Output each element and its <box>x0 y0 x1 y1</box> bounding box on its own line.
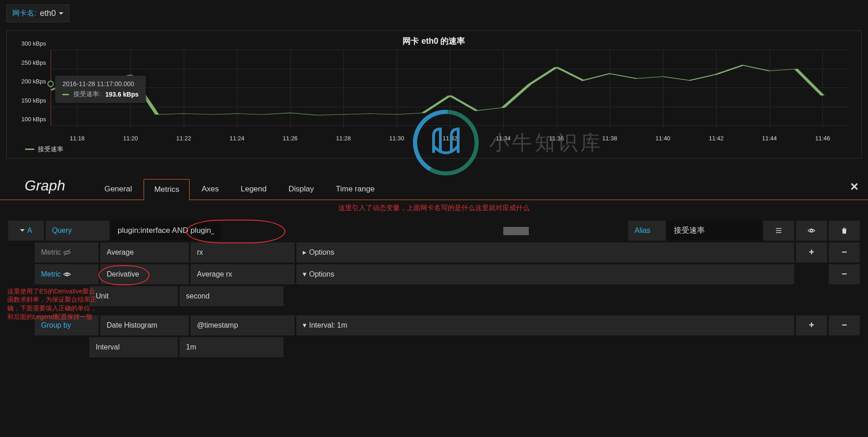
metric2-label: Metric <box>35 264 98 284</box>
y-tick: 200 kBps <box>21 78 46 85</box>
metric1-label: Metric <box>35 242 98 262</box>
legend-swatch <box>25 149 34 150</box>
groupby-add-button[interactable]: + <box>796 315 827 335</box>
tab-metrics[interactable]: Metrics <box>144 179 190 200</box>
x-tick: 11:26 <box>283 135 298 142</box>
y-tick: 100 kBps <box>21 116 46 123</box>
eye-icon <box>63 270 71 278</box>
metric1-options-toggle[interactable]: ▸Options <box>296 242 794 262</box>
chart-tooltip: 2016-11-28 11:17:00.000 接受速率: 193.6 kBps <box>55 76 146 103</box>
menu-icon <box>775 226 783 235</box>
redacted-host <box>503 227 529 235</box>
y-tick: 250 kBps <box>21 59 46 66</box>
chart-line <box>51 50 849 126</box>
eye-icon <box>807 226 816 235</box>
tooltip-series-name: 接受速率: <box>73 90 101 98</box>
editor-tabs: General Metrics Axes Legend Display Time… <box>94 179 385 200</box>
panel-title: 网卡 eth0 的速率 <box>7 31 861 50</box>
x-tick: 11:28 <box>336 135 351 142</box>
x-tick: 11:46 <box>815 135 830 142</box>
x-tick: 11:32 <box>443 135 458 142</box>
panel-editor: Graph General Metrics Axes Legend Displa… <box>0 174 868 357</box>
metric2-unit-label: Unit <box>89 286 178 306</box>
metric2-agg-select[interactable]: Derivative <box>100 264 189 284</box>
chart-panel: 网卡 eth0 的速率 100 kBps 150 kBps 200 kBps 2… <box>6 31 862 159</box>
metric2-remove-button[interactable]: − <box>829 264 860 284</box>
metric2-options-toggle[interactable]: ▾Options <box>296 264 794 284</box>
x-tick: 11:24 <box>229 135 244 142</box>
groupby-field-select[interactable]: @timestamp <box>191 315 294 335</box>
tooltip-series-value: 193.6 kBps <box>105 91 139 98</box>
template-variable-value: eth0 <box>40 9 56 18</box>
eye-off-icon <box>63 248 71 257</box>
y-tick: 300 kBps <box>21 40 46 47</box>
y-tick: 150 kBps <box>21 97 46 103</box>
chevron-down-icon <box>20 229 25 231</box>
groupby-agg-select[interactable]: Date Histogram <box>100 315 189 335</box>
x-tick: 11:40 <box>656 135 671 142</box>
alias-label: Alias <box>628 221 666 241</box>
editor-title: Graph <box>6 177 76 200</box>
svg-point-7 <box>66 273 68 275</box>
x-tick: 11:22 <box>176 135 191 142</box>
close-editor-button[interactable]: ✕ <box>850 174 862 200</box>
query-toggle[interactable]: A <box>8 221 44 241</box>
x-tick: 11:38 <box>602 135 617 142</box>
tooltip-timestamp: 2016-11-28 11:17:00.000 <box>62 80 139 87</box>
x-tick: 11:30 <box>389 135 404 142</box>
metric1-field-select[interactable]: rx <box>191 242 294 262</box>
alias-input[interactable] <box>667 221 761 241</box>
tooltip-series-swatch <box>62 94 69 95</box>
tab-general[interactable]: General <box>94 179 142 200</box>
x-tick: 11:20 <box>123 135 138 142</box>
x-tick: 11:42 <box>709 135 724 142</box>
hover-line <box>51 50 51 126</box>
groupby-remove-button[interactable]: − <box>829 315 860 335</box>
query-input[interactable] <box>111 221 221 241</box>
x-tick: 11:44 <box>762 135 777 142</box>
annotation-derivative-hint: 这里使用了ES的Derivative聚合函数求斜率，为保证聚合结果正确，下面需要… <box>7 287 100 322</box>
query-label: Query <box>46 221 109 241</box>
chevron-down-icon <box>59 12 63 15</box>
query-letter: A <box>27 226 32 235</box>
x-tick: 11:34 <box>496 135 511 142</box>
template-variable-dropdown[interactable]: 网卡名: eth0 <box>6 5 69 22</box>
annotation-variable-hint: 这里引入了动态变量，上面网卡名写的是什么这里就对应成什么 <box>0 204 868 212</box>
svg-line-6 <box>64 249 70 256</box>
query-delete-button[interactable] <box>829 221 860 241</box>
tab-axes[interactable]: Axes <box>191 179 229 200</box>
metric2-unit-select[interactable]: second <box>180 286 284 306</box>
x-tick: 11:36 <box>549 135 564 142</box>
metric1-remove-button[interactable]: − <box>829 242 860 262</box>
plot-area: 2016-11-28 11:17:00.000 接受速率: 193.6 kBps… <box>51 50 849 126</box>
legend-label: 接受速率 <box>38 145 63 154</box>
metric1-agg-select[interactable]: Average <box>100 242 189 262</box>
query-visibility-button[interactable] <box>796 221 827 241</box>
tab-legend[interactable]: Legend <box>231 179 277 200</box>
legend-item[interactable]: 接受速率 <box>25 145 63 154</box>
template-variable-label: 网卡名: <box>12 9 36 18</box>
groupby-options-toggle[interactable]: ▾Interval: 1m <box>296 315 794 335</box>
chart-area[interactable]: 100 kBps 150 kBps 200 kBps 250 kBps 300 … <box>7 50 853 141</box>
svg-point-5 <box>811 229 813 231</box>
metric2-field-select[interactable]: Average rx <box>191 264 294 284</box>
tab-time-range[interactable]: Time range <box>326 179 384 200</box>
query-menu-button[interactable] <box>763 221 794 241</box>
x-tick: 11:18 <box>70 135 85 142</box>
groupby-interval-label: Interval <box>89 337 178 357</box>
chart-legend: 接受速率 <box>7 141 861 158</box>
tab-display[interactable]: Display <box>279 179 324 200</box>
metric1-add-button[interactable]: + <box>796 242 827 262</box>
y-axis: 100 kBps 150 kBps 200 kBps 250 kBps 300 … <box>7 50 48 126</box>
trash-icon <box>840 226 848 235</box>
groupby-interval-select[interactable]: 1m <box>180 337 284 357</box>
hover-point <box>47 81 54 87</box>
